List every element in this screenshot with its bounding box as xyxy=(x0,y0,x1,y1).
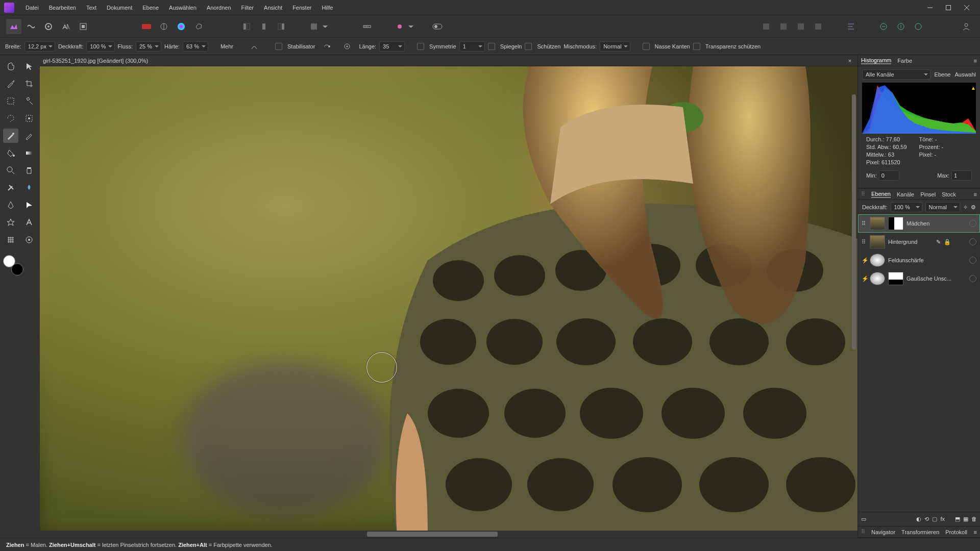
snap-left-icon[interactable] xyxy=(239,19,254,34)
freehand-select-icon[interactable] xyxy=(3,111,18,126)
tab-stock[interactable]: Stock xyxy=(942,191,956,197)
dodge-tool-icon[interactable] xyxy=(3,163,18,178)
hardness-input[interactable]: 63 % xyxy=(183,41,208,52)
menu-filter[interactable]: Filter xyxy=(236,0,259,15)
menu-anordnen[interactable]: Anordnen xyxy=(202,0,236,15)
layer-gear-icon[interactable]: ⚙ xyxy=(971,204,976,211)
layer-visibility-icon[interactable] xyxy=(969,220,976,227)
panel-menu-icon[interactable]: ≡ xyxy=(974,58,977,64)
erase-brush-icon[interactable] xyxy=(21,129,37,143)
mesh-warp-icon[interactable] xyxy=(3,233,18,247)
grid-4-icon[interactable] xyxy=(811,19,826,34)
tab-layers[interactable]: Ebenen xyxy=(871,191,891,198)
zoom-tool-icon[interactable] xyxy=(21,233,37,247)
layer-row[interactable]: ⠿ Mädchen xyxy=(858,214,980,233)
navigator-menu-icon[interactable]: ≡ xyxy=(974,529,977,535)
histogram-layer-toggle[interactable]: Ebene xyxy=(935,71,951,78)
tab-transform[interactable]: Transformieren xyxy=(901,529,939,535)
tab-histogram[interactable]: Histogramm xyxy=(861,57,891,64)
rope-mode-icon[interactable] xyxy=(319,39,334,54)
grid-3-icon[interactable] xyxy=(793,19,808,34)
flood-select-icon[interactable] xyxy=(21,94,37,108)
resource-manager-icon[interactable] xyxy=(191,19,206,34)
fill-tool-icon[interactable] xyxy=(3,146,18,160)
menu-bearbeiten[interactable]: Bearbeiten xyxy=(44,0,81,15)
window-maximize[interactable] xyxy=(939,0,958,15)
sync-3-icon[interactable] xyxy=(911,19,926,34)
symmetry-checkbox[interactable] xyxy=(417,43,424,50)
move-tool-icon[interactable] xyxy=(21,59,37,73)
opacity-input[interactable]: 100 % xyxy=(86,41,114,52)
quick-mask-icon[interactable] xyxy=(430,19,445,34)
tab-channels[interactable]: Kanäle xyxy=(897,191,914,197)
preferences-icon[interactable] xyxy=(174,19,189,34)
snap-right-icon[interactable] xyxy=(274,19,289,34)
stabilizer-checkbox[interactable] xyxy=(275,43,282,50)
photo-persona-icon[interactable] xyxy=(6,19,21,34)
wet-edges-checkbox[interactable] xyxy=(643,43,650,50)
layer-row[interactable]: ⚡ Feldunschärfe xyxy=(858,251,980,269)
max-input[interactable] xyxy=(951,170,972,181)
window-close[interactable] xyxy=(958,0,976,15)
assistant-dropdown-icon[interactable] xyxy=(408,26,413,31)
histogram-selection-toggle[interactable]: Auswahl xyxy=(954,71,976,78)
snap-center-icon[interactable] xyxy=(256,19,272,34)
length-input[interactable]: 35 xyxy=(379,41,405,52)
tab-navigator[interactable]: Navigator xyxy=(871,529,895,535)
merge-icon[interactable]: ⬒ xyxy=(955,516,960,522)
marquee-select-icon[interactable] xyxy=(21,111,37,126)
smudge-tool-icon[interactable] xyxy=(21,181,37,195)
pen-tool-icon[interactable] xyxy=(3,198,18,212)
arrange-dropdown-icon[interactable] xyxy=(323,26,328,31)
layer-row[interactable]: ⠿ Hintergrund ✎ 🔒 xyxy=(858,233,980,251)
tab-history[interactable]: Protokoll xyxy=(945,529,967,535)
clone-tool-icon[interactable] xyxy=(21,163,37,178)
color-swatches[interactable] xyxy=(3,255,23,276)
paint-brush-icon[interactable] xyxy=(3,129,18,143)
layer-visibility-icon[interactable] xyxy=(969,238,976,245)
gradient-tool-icon[interactable] xyxy=(21,146,37,160)
lock-icon[interactable]: 🔒 xyxy=(944,239,951,245)
develop-persona-icon[interactable] xyxy=(41,19,56,34)
healing-brush-icon[interactable] xyxy=(3,181,18,195)
menu-dokument[interactable]: Dokument xyxy=(102,0,137,15)
vertical-scrollbar[interactable] xyxy=(850,66,857,531)
layer-visibility-icon[interactable] xyxy=(969,257,976,264)
more-button[interactable]: Mehr xyxy=(220,43,233,49)
add-fx-icon[interactable]: fx xyxy=(940,516,945,522)
grid-2-icon[interactable] xyxy=(776,19,791,34)
horizontal-scrollbar[interactable] xyxy=(40,531,857,538)
protect-checkbox[interactable] xyxy=(525,43,532,50)
assistant-icon[interactable] xyxy=(392,19,407,34)
menu-datei[interactable]: Datei xyxy=(20,0,44,15)
canvas-view[interactable] xyxy=(40,66,857,531)
color-picker-icon[interactable] xyxy=(3,77,18,91)
layer-row[interactable]: ⚡ Gaußsche Unsc... xyxy=(858,269,980,288)
flow-input[interactable]: 25 % xyxy=(136,41,161,52)
align-icon[interactable] xyxy=(843,19,859,34)
arrange-icon[interactable] xyxy=(306,19,322,34)
delete-layer-icon[interactable]: 🗑 xyxy=(971,516,977,522)
crop-tool-icon[interactable] xyxy=(21,77,37,91)
pressure-icon[interactable] xyxy=(247,39,262,54)
menu-text[interactable]: Text xyxy=(81,0,102,15)
edit-icon[interactable]: ✎ xyxy=(936,239,941,245)
layer-opacity-input[interactable]: 100 % xyxy=(891,202,922,212)
menu-hilfe[interactable]: Hilfe xyxy=(316,0,338,15)
mask-layer-icon[interactable]: ▭ xyxy=(861,516,866,522)
selection-brush-icon[interactable] xyxy=(3,94,18,108)
layer-fx-icon[interactable]: ✧ xyxy=(963,204,968,211)
shape-tool-icon[interactable] xyxy=(3,215,18,230)
window-minimize[interactable] xyxy=(921,0,939,15)
color-format-icon[interactable] xyxy=(139,19,154,34)
layer-blend-select[interactable]: Normal xyxy=(925,202,960,212)
add-pixel-layer-icon[interactable]: ▦ xyxy=(963,516,968,522)
view-tool-icon[interactable] xyxy=(3,59,18,73)
menu-auswählen[interactable]: Auswählen xyxy=(164,0,202,15)
mirror-checkbox[interactable] xyxy=(488,43,495,50)
menu-ebene[interactable]: Ebene xyxy=(137,0,164,15)
layer-visibility-icon[interactable] xyxy=(969,275,976,282)
min-input[interactable] xyxy=(879,170,899,181)
liquify-persona-icon[interactable] xyxy=(23,19,39,34)
sync-1-icon[interactable] xyxy=(876,19,891,34)
